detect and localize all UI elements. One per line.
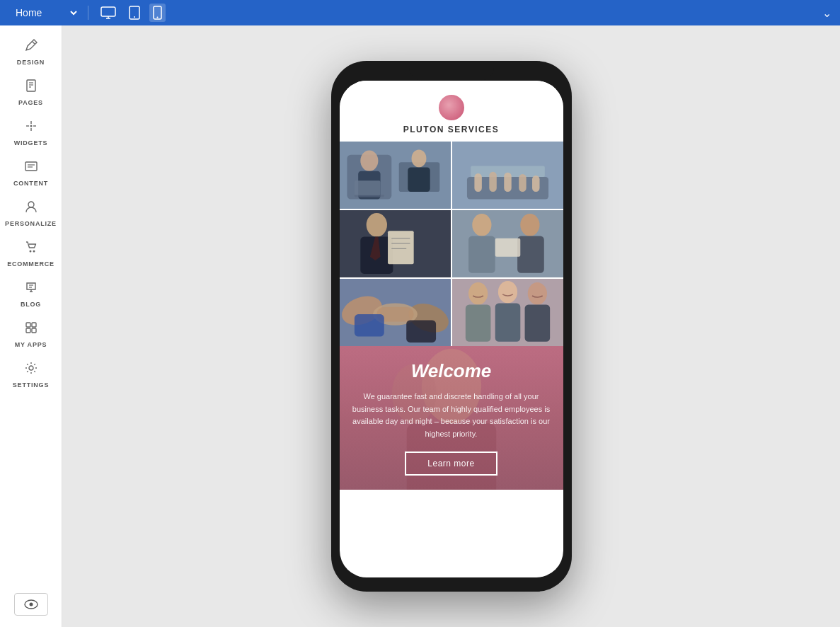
svg-rect-44 (519, 174, 526, 192)
svg-rect-22 (26, 323, 30, 327)
sidebar-item-settings[interactable]: SETTINGS (0, 354, 62, 394)
blog-label: BLOG (21, 301, 41, 308)
preview-button[interactable] (14, 593, 48, 616)
welcome-section: Welcome We guarantee fast and discrete h… (340, 346, 563, 490)
main-preview-area: PLUTON SERVICES (62, 25, 840, 627)
svg-rect-65 (354, 314, 384, 336)
sidebar-item-content[interactable]: CONTENT (0, 152, 62, 192)
design-label: DESIGN (17, 59, 45, 66)
welcome-title: Welcome (351, 360, 552, 382)
sidebar-item-widgets[interactable]: WIDGETS (0, 112, 62, 152)
photo-cell-6 (452, 279, 563, 346)
svg-point-34 (411, 149, 426, 167)
blog-icon (24, 280, 38, 298)
content-label: CONTENT (13, 180, 48, 187)
phone-mockup: PLUTON SERVICES (331, 61, 572, 592)
svg-rect-56 (468, 236, 495, 273)
photo-cell-2 (452, 142, 563, 209)
page-select[interactable]: Home (8, 5, 79, 21)
photo-cell-5 (340, 279, 451, 346)
ecommerce-label: ECOMMERCE (7, 260, 54, 268)
sidebar: DESIGN PAGES WIDGETS (0, 25, 62, 627)
svg-rect-45 (532, 176, 539, 192)
mobile-view-button[interactable] (149, 4, 166, 22)
svg-point-9 (30, 125, 32, 127)
svg-point-57 (520, 214, 539, 236)
svg-rect-58 (517, 236, 544, 273)
svg-rect-23 (32, 323, 36, 327)
svg-point-28 (29, 603, 33, 606)
settings-label: SETTINGS (13, 381, 49, 389)
site-content[interactable]: PLUTON SERVICES (340, 81, 563, 577)
photo-cell-3 (340, 210, 451, 277)
svg-point-19 (33, 251, 35, 253)
sidebar-item-design[interactable]: DESIGN (0, 31, 62, 71)
svg-point-70 (497, 281, 517, 303)
site-brand-name: PLUTON SERVICES (403, 125, 499, 134)
sidebar-item-my-apps[interactable]: MY APPS (0, 314, 62, 354)
svg-rect-71 (495, 303, 520, 341)
svg-rect-36 (354, 180, 380, 195)
svg-rect-73 (524, 305, 550, 342)
sidebar-item-pages[interactable]: PAGES (0, 71, 62, 112)
svg-rect-42 (489, 172, 496, 192)
svg-point-31 (360, 150, 378, 171)
svg-point-2 (134, 16, 135, 18)
expand-button[interactable]: ⌄ (822, 6, 832, 20)
personalize-label: PERSONALIZE (5, 220, 57, 227)
svg-rect-0 (101, 7, 115, 16)
svg-point-17 (28, 202, 34, 207)
svg-rect-50 (388, 231, 414, 264)
svg-rect-37 (354, 195, 384, 197)
widgets-icon (24, 119, 38, 137)
topbar-right: ⌄ (822, 6, 832, 20)
svg-point-47 (366, 213, 386, 236)
svg-point-4 (157, 17, 159, 18)
svg-rect-5 (27, 80, 35, 91)
pages-label: PAGES (18, 99, 43, 106)
design-icon (24, 38, 38, 56)
svg-rect-14 (25, 162, 37, 171)
photo-grid (340, 142, 563, 346)
photo-cell-4 (452, 210, 563, 277)
pages-icon (24, 79, 38, 96)
welcome-body: We guarantee fast and discrete handling … (351, 391, 552, 440)
site-header: PLUTON SERVICES (340, 81, 563, 142)
personalize-icon (24, 200, 38, 217)
svg-point-72 (527, 282, 546, 304)
topbar: Home ⌄ (0, 0, 840, 25)
svg-point-55 (472, 214, 491, 236)
svg-rect-69 (465, 305, 490, 342)
svg-point-18 (29, 251, 31, 253)
content-icon (24, 159, 38, 177)
svg-rect-41 (474, 173, 481, 192)
tablet-view-button[interactable] (125, 4, 144, 22)
widgets-label: WIDGETS (14, 139, 48, 146)
topbar-divider (88, 6, 88, 20)
site-logo (439, 95, 464, 120)
svg-rect-43 (504, 173, 511, 192)
my-apps-label: MY APPS (15, 341, 47, 348)
sidebar-item-personalize[interactable]: PERSONALIZE (0, 192, 62, 233)
svg-rect-66 (406, 320, 436, 342)
learn-more-button[interactable]: Learn more (405, 451, 497, 476)
settings-icon (24, 361, 38, 379)
svg-rect-59 (495, 238, 520, 257)
svg-rect-24 (26, 328, 30, 333)
device-switcher (97, 4, 166, 22)
sidebar-item-blog[interactable]: BLOG (0, 273, 62, 314)
ecommerce-icon (24, 240, 38, 258)
svg-rect-25 (32, 328, 36, 333)
phone-notch (409, 61, 494, 81)
desktop-view-button[interactable] (97, 4, 120, 21)
svg-point-68 (468, 282, 488, 304)
phone-screen: PLUTON SERVICES (340, 81, 563, 577)
svg-rect-35 (408, 168, 430, 192)
sidebar-item-ecommerce[interactable]: ECOMMERCE (0, 233, 62, 273)
svg-point-26 (29, 366, 33, 370)
photo-cell-1 (340, 142, 451, 209)
my-apps-icon (24, 321, 38, 338)
